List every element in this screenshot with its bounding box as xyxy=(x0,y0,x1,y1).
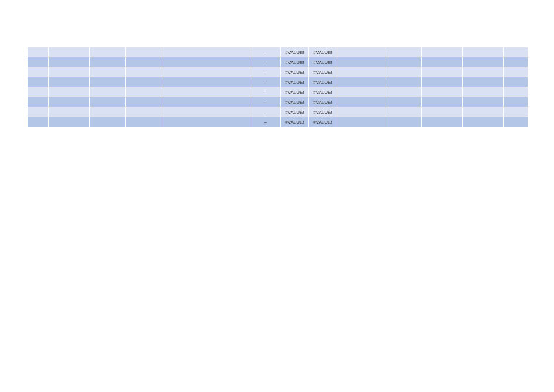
cell[interactable] xyxy=(49,117,90,127)
cell[interactable] xyxy=(463,97,504,107)
cell[interactable] xyxy=(504,57,528,67)
cell[interactable] xyxy=(385,67,422,77)
cell[interactable] xyxy=(422,97,463,107)
cell[interactable] xyxy=(385,117,422,127)
cell[interactable]: -- xyxy=(251,87,281,97)
cell[interactable]: -- xyxy=(251,67,281,77)
cell[interactable] xyxy=(126,117,162,127)
cell-error[interactable]: #VALUE! xyxy=(281,77,309,87)
cell[interactable] xyxy=(504,97,528,107)
cell[interactable] xyxy=(422,117,463,127)
cell[interactable] xyxy=(162,87,251,97)
cell[interactable] xyxy=(504,117,528,127)
cell[interactable] xyxy=(463,107,504,117)
cell[interactable] xyxy=(422,87,463,97)
cell-error[interactable]: #VALUE! xyxy=(281,47,309,57)
cell-error[interactable]: #VALUE! xyxy=(309,87,337,97)
cell[interactable] xyxy=(463,87,504,97)
cell-error[interactable]: #VALUE! xyxy=(309,117,337,127)
cell[interactable] xyxy=(126,57,162,67)
cell[interactable] xyxy=(463,67,504,77)
cell[interactable] xyxy=(337,77,385,87)
cell[interactable] xyxy=(337,107,385,117)
cell[interactable] xyxy=(385,87,422,97)
cell[interactable] xyxy=(49,107,90,117)
cell[interactable] xyxy=(504,87,528,97)
table-row[interactable]: -- #VALUE! #VALUE! xyxy=(28,97,528,107)
cell[interactable] xyxy=(90,47,126,57)
cell[interactable] xyxy=(162,97,251,107)
table-row[interactable]: -- #VALUE! #VALUE! xyxy=(28,57,528,67)
table-row[interactable]: -- #VALUE! #VALUE! xyxy=(28,107,528,117)
cell[interactable] xyxy=(28,67,49,77)
cell[interactable] xyxy=(28,107,49,117)
cell[interactable] xyxy=(28,57,49,67)
cell[interactable] xyxy=(126,97,162,107)
cell[interactable] xyxy=(504,47,528,57)
cell[interactable] xyxy=(385,57,422,67)
cell[interactable] xyxy=(385,47,422,57)
cell[interactable] xyxy=(90,87,126,97)
cell[interactable] xyxy=(28,87,49,97)
cell[interactable] xyxy=(49,87,90,97)
cell[interactable] xyxy=(337,87,385,97)
cell-error[interactable]: #VALUE! xyxy=(309,47,337,57)
cell-error[interactable]: #VALUE! xyxy=(309,97,337,107)
cell[interactable] xyxy=(126,77,162,87)
cell-error[interactable]: #VALUE! xyxy=(281,117,309,127)
cell[interactable] xyxy=(337,117,385,127)
cell[interactable] xyxy=(504,67,528,77)
cell[interactable] xyxy=(28,77,49,87)
cell[interactable] xyxy=(463,117,504,127)
cell[interactable]: -- xyxy=(251,57,281,67)
cell[interactable] xyxy=(49,57,90,67)
cell[interactable] xyxy=(28,47,49,57)
cell[interactable] xyxy=(126,87,162,97)
cell[interactable] xyxy=(504,77,528,87)
table-row[interactable]: -- #VALUE! #VALUE! xyxy=(28,67,528,77)
cell[interactable] xyxy=(504,107,528,117)
cell[interactable] xyxy=(385,97,422,107)
cell-error[interactable]: #VALUE! xyxy=(281,107,309,117)
cell[interactable] xyxy=(422,107,463,117)
cell[interactable]: -- xyxy=(251,97,281,107)
cell[interactable] xyxy=(49,67,90,77)
cell[interactable] xyxy=(49,47,90,57)
cell[interactable] xyxy=(126,67,162,77)
cell[interactable] xyxy=(126,107,162,117)
cell[interactable] xyxy=(90,107,126,117)
cell[interactable] xyxy=(90,57,126,67)
cell[interactable] xyxy=(90,97,126,107)
cell[interactable]: -- xyxy=(251,77,281,87)
cell[interactable] xyxy=(49,97,90,107)
cell[interactable] xyxy=(422,67,463,77)
cell[interactable] xyxy=(422,57,463,67)
cell-error[interactable]: #VALUE! xyxy=(281,57,309,67)
cell-error[interactable]: #VALUE! xyxy=(309,107,337,117)
cell-error[interactable]: #VALUE! xyxy=(281,67,309,77)
cell[interactable] xyxy=(463,47,504,57)
table-row[interactable]: -- #VALUE! #VALUE! xyxy=(28,77,528,87)
cell[interactable] xyxy=(385,107,422,117)
cell-error[interactable]: #VALUE! xyxy=(309,77,337,87)
table-row[interactable]: -- #VALUE! #VALUE! xyxy=(28,87,528,97)
cell[interactable] xyxy=(162,117,251,127)
cell-error[interactable]: #VALUE! xyxy=(309,67,337,77)
cell[interactable] xyxy=(162,107,251,117)
cell[interactable] xyxy=(90,67,126,77)
cell[interactable] xyxy=(422,47,463,57)
table-row[interactable]: -- #VALUE! #VALUE! xyxy=(28,47,528,57)
table-row[interactable]: -- #VALUE! #VALUE! xyxy=(28,117,528,127)
cell[interactable] xyxy=(28,117,49,127)
cell[interactable] xyxy=(162,77,251,87)
cell[interactable] xyxy=(385,77,422,87)
cell[interactable] xyxy=(337,67,385,77)
cell[interactable] xyxy=(337,47,385,57)
cell-error[interactable]: #VALUE! xyxy=(281,87,309,97)
cell[interactable] xyxy=(463,57,504,67)
cell[interactable] xyxy=(126,47,162,57)
cell[interactable] xyxy=(162,67,251,77)
cell[interactable] xyxy=(162,47,251,57)
cell[interactable]: -- xyxy=(251,117,281,127)
cell-error[interactable]: #VALUE! xyxy=(309,57,337,67)
